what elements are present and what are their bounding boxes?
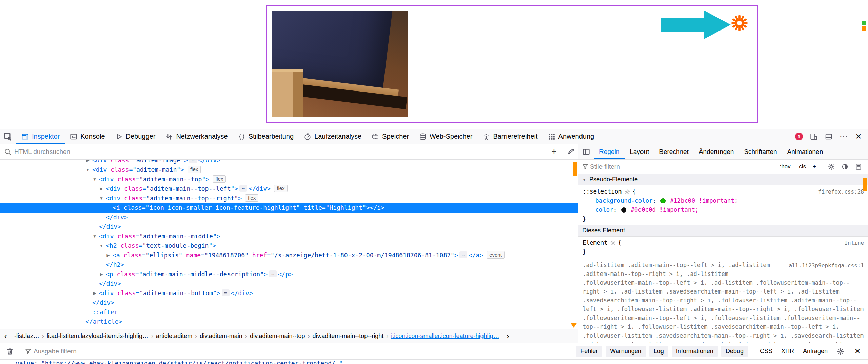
console-settings-button[interactable] — [833, 343, 848, 359]
collapse-arrow-icon[interactable]: ▼ — [85, 165, 91, 175]
close-split-console-button[interactable]: × — [850, 343, 865, 359]
console-filter-fehler[interactable]: Fehler — [576, 346, 602, 357]
collapse-arrow-icon[interactable]: ▼ — [92, 175, 98, 184]
markup-node[interactable]: </h2> — [0, 260, 578, 269]
css-declaration[interactable]: color: #0c0c0d !important; — [583, 205, 864, 215]
markup-search-input[interactable] — [14, 148, 544, 156]
markup-node[interactable]: ▶<p class="aditem-main--middle--descript… — [0, 269, 578, 279]
expand-arrow-icon[interactable]: ▶ — [98, 269, 104, 279]
console-category-xhr[interactable]: XHR — [777, 346, 798, 357]
devtools-menu-button[interactable]: ⋯ — [836, 129, 851, 144]
markup-node[interactable]: ▼<h2 class="text-module-begin"> — [0, 241, 578, 250]
devtools-tab-web-speicher[interactable]: Web-Speicher — [414, 129, 477, 144]
stylesheet-link[interactable]: all.1i23p9epkfqga.css:1 — [789, 261, 864, 270]
markup-node[interactable]: </div> — [0, 222, 578, 231]
breadcrumb-item[interactable]: div.aditem-main--top--right — [310, 332, 387, 340]
inline-ellipsis-button[interactable]: ⋯ — [459, 251, 467, 258]
sidebar-tab-regeln[interactable]: Regeln — [594, 144, 625, 159]
devtools-tab-speicher[interactable]: Speicher — [367, 129, 414, 144]
inline-ellipsis-button[interactable]: ⋯ — [239, 185, 247, 192]
markup-node[interactable]: ▶<div class="aditem-image">⋯</div> — [0, 160, 578, 165]
markup-node[interactable]: </div> — [0, 213, 578, 222]
markup-node[interactable]: ▶<div class="aditem-main--bottom">⋯</div… — [0, 288, 578, 298]
markup-node[interactable]: </div> — [0, 279, 578, 288]
console-filter-informationen[interactable]: Informationen — [672, 346, 718, 357]
markup-node[interactable]: </article> — [0, 317, 578, 326]
devtools-tab-anwendung[interactable]: Anwendung — [543, 129, 599, 144]
devtools-tab-laufzeitanalyse[interactable]: Laufzeitanalyse — [299, 129, 367, 144]
markup-node[interactable]: </div> — [0, 298, 578, 307]
rule-selector[interactable]: Element — [583, 238, 608, 247]
breadcrumb-item[interactable]: i.icon.icon-smaller.icon-feature-highlig… — [388, 332, 502, 340]
toggle-hover-button[interactable]: :hov — [777, 162, 793, 171]
console-filter-log[interactable]: Log — [649, 346, 668, 357]
expand-arrow-icon[interactable]: ▶ — [85, 160, 91, 165]
markup-node[interactable]: ▼<div class="aditem-main">flex — [0, 165, 578, 175]
rule-selector[interactable]: ::selection — [583, 187, 622, 196]
sidebar-tab-layout[interactable]: Layout — [625, 144, 654, 159]
console-filter-warnungen[interactable]: Warnungen — [606, 346, 646, 357]
devtools-tab-konsole[interactable]: Konsole — [65, 129, 110, 144]
dark-scheme-button[interactable] — [839, 160, 851, 174]
styles-filter-input[interactable] — [590, 163, 775, 170]
starburst-icon[interactable] — [731, 15, 748, 31]
css-declaration[interactable]: background-color: #12bc00 !important; — [583, 196, 864, 205]
breadcrumb-prev-button[interactable]: ‹ — [0, 329, 12, 343]
color-swatch[interactable] — [621, 207, 626, 213]
this-element-section-header[interactable]: Dieses Element — [578, 225, 868, 237]
flex-badge[interactable]: flex — [245, 194, 258, 202]
add-rule-button[interactable]: + — [810, 162, 819, 171]
toggle-classes-button[interactable]: .cls — [795, 162, 809, 171]
markup-node[interactable]: ::after — [0, 307, 578, 317]
inline-ellipsis-button[interactable]: ⋯ — [269, 270, 277, 277]
error-count-badge[interactable]: 1 — [795, 133, 803, 140]
markup-node[interactable]: <i class="icon icon-smaller icon-feature… — [0, 203, 578, 213]
console-filter-debug[interactable]: Debug — [721, 346, 748, 357]
markup-node[interactable]: ▶<div class="aditem-main--top--left">⋯</… — [0, 184, 578, 194]
pick-element-button[interactable] — [0, 129, 16, 144]
section-collapse-icon[interactable]: ▼ — [582, 177, 586, 182]
flex-badge[interactable]: flex — [213, 175, 226, 183]
flex-badge[interactable]: flex — [188, 166, 201, 173]
sidebar-tab-berechnet[interactable]: Berechnet — [654, 144, 694, 159]
toggle-sidebar-button[interactable] — [578, 144, 594, 159]
light-scheme-button[interactable] — [825, 160, 837, 174]
stylesheet-link[interactable]: firefox.css:28 — [818, 187, 864, 196]
breadcrumb-item[interactable]: li.ad-listitem.lazyload-item.is-highlig… — [44, 332, 151, 340]
eyedropper-button[interactable] — [564, 144, 578, 159]
devtools-tab-barrierefreiheit[interactable]: Barrierefreiheit — [477, 129, 542, 144]
inline-ellipsis-button[interactable]: ⋯ — [189, 160, 197, 163]
ad-photo[interactable] — [272, 11, 408, 117]
breadcrumb-item[interactable]: article.aditem — [153, 332, 195, 340]
markup-node[interactable]: ▶<a class="ellipsis" name="1948618706" h… — [0, 250, 578, 260]
collapse-arrow-icon[interactable]: ▼ — [92, 231, 98, 241]
expand-arrow-icon[interactable]: ▶ — [92, 288, 98, 298]
flex-badge[interactable]: flex — [274, 185, 287, 192]
devtools-tab-inspektor[interactable]: Inspektor — [16, 129, 65, 144]
expand-arrow-icon[interactable]: ▶ — [105, 250, 111, 260]
scrollbar-marker[interactable] — [863, 178, 867, 191]
clear-console-button[interactable] — [3, 343, 17, 359]
breadcrumb-item[interactable]: div.aditem-main--top — [247, 332, 308, 340]
pseudo-elements-section-header[interactable]: ▼ Pseudo-Elemente — [578, 174, 868, 185]
sidebar-tab-schriftarten[interactable]: Schriftarten — [739, 144, 782, 159]
devtools-tab-netzwerkanalyse[interactable]: Netzwerkanalyse — [160, 129, 233, 144]
gear-icon[interactable] — [610, 240, 616, 246]
collapse-arrow-icon[interactable]: ▼ — [98, 194, 104, 203]
sidebar-tab-änderungen[interactable]: Änderungen — [694, 144, 739, 159]
expand-arrow-icon[interactable]: ▶ — [98, 184, 104, 194]
gear-icon[interactable] — [624, 189, 630, 195]
sidebar-tab-animationen[interactable]: Animationen — [782, 144, 828, 159]
markup-node[interactable]: ▼<div class="aditem-main--middle"> — [0, 231, 578, 241]
close-devtools-button[interactable]: × — [851, 129, 866, 144]
breadcrumb-next-button[interactable]: › — [502, 329, 513, 343]
console-category-anfragen[interactable]: Anfragen — [799, 346, 831, 357]
devtools-tab-stilbearbeitung[interactable]: Stilbearbeitung — [233, 129, 299, 144]
markup-node[interactable]: ▼<div class="aditem-main--top">flex — [0, 175, 578, 184]
console-category-css[interactable]: CSS — [756, 346, 776, 357]
console-filter-input[interactable] — [34, 348, 574, 355]
print-simulation-button[interactable] — [852, 160, 865, 174]
breadcrumb-item[interactable]: -list.laz… — [12, 332, 42, 340]
dock-button[interactable] — [821, 129, 836, 144]
markup-node[interactable]: ▼<div class="aditem-main--top--right">fl… — [0, 194, 578, 203]
